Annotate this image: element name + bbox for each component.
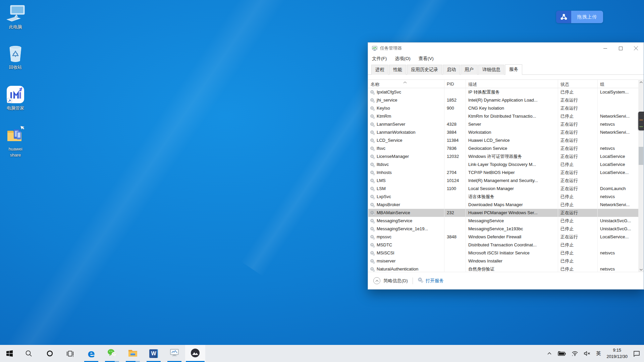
- taskbar-edge-button[interactable]: e: [81, 345, 101, 362]
- battery-charging-icon[interactable]: [557, 351, 566, 356]
- service-row[interactable]: IpxlatCfgSvc IP 转换配置服务 已停止 LocalSystem..…: [368, 88, 639, 96]
- minimize-button[interactable]: [597, 43, 613, 54]
- start-button[interactable]: [1, 345, 18, 362]
- tab[interactable]: 用户: [461, 65, 478, 75]
- service-row[interactable]: MapsBroker Downloaded Maps Manager 已停止 N…: [368, 201, 639, 209]
- service-row[interactable]: MSDTC Distributed Transaction Coordinat.…: [368, 241, 639, 249]
- service-row[interactable]: MSiSCSI Microsoft iSCSI Initiator Servic…: [368, 249, 639, 257]
- edge-docked-widget[interactable]: [638, 112, 644, 130]
- service-group: netsvcs: [598, 144, 639, 153]
- service-gear-icon: [370, 186, 375, 191]
- service-row[interactable]: jhi_service 1852 Intel(R) Dynamic Applic…: [368, 96, 639, 104]
- service-row[interactable]: KtmRm KtmRm for Distributed Transactio..…: [368, 112, 639, 120]
- service-name: KeyIso: [377, 104, 390, 112]
- taskbar-word-button[interactable]: W: [144, 345, 164, 362]
- taskbar-wechat-button[interactable]: [102, 345, 122, 362]
- service-group: NetworkServi...: [598, 112, 639, 120]
- tab[interactable]: 应用历史记录: [407, 65, 442, 75]
- desktop-icon-label: huawei share: [2, 146, 29, 158]
- service-group: [598, 241, 639, 249]
- column-header-pid[interactable]: PID: [444, 80, 466, 88]
- menu-item[interactable]: 文件(F): [372, 56, 387, 62]
- service-row[interactable]: NaturalAuthentication 自然身份验证 已停止 netsvcs: [368, 265, 639, 273]
- service-status: 正在运行: [558, 233, 598, 241]
- tray-expand-chevron-icon[interactable]: [547, 352, 551, 355]
- task-view-button[interactable]: [60, 345, 80, 362]
- volume-muted-icon[interactable]: [584, 351, 590, 356]
- fewer-details-toggle[interactable]: 简略信息(D): [373, 277, 408, 284]
- tab[interactable]: 性能: [389, 65, 406, 75]
- service-group: UnistackSvcG...: [598, 217, 639, 225]
- service-row[interactable]: MessagingService_1e19... MessagingServic…: [368, 225, 639, 233]
- desktop-icon-recycle-bin[interactable]: 回收站: [2, 44, 29, 70]
- service-status: 已停止: [558, 257, 598, 265]
- ime-indicator[interactable]: 英: [596, 350, 601, 357]
- maximize-button[interactable]: [613, 43, 628, 54]
- scroll-up-button[interactable]: [638, 79, 644, 85]
- vertical-scrollbar[interactable]: [638, 79, 644, 273]
- close-button[interactable]: [628, 43, 644, 54]
- service-gear-icon: [370, 210, 375, 216]
- wifi-icon[interactable]: [572, 351, 578, 356]
- tab[interactable]: 进程: [371, 65, 388, 75]
- service-row[interactable]: MessagingService MessagingService 已停止 Un…: [368, 217, 639, 225]
- column-header-status[interactable]: 状态: [558, 80, 598, 88]
- menu-item[interactable]: 选项(O): [395, 56, 411, 62]
- scrollbar-thumb[interactable]: [639, 147, 643, 165]
- service-pid: [444, 249, 466, 257]
- service-row[interactable]: lmhosts 2704 TCP/IP NetBIOS Helper 正在运行 …: [368, 169, 639, 177]
- service-row[interactable]: lltdsvc Link-Layer Topology Discovery M.…: [368, 161, 639, 169]
- desktop-icon-pc-manager[interactable]: 电脑管家: [2, 85, 29, 111]
- column-header-description[interactable]: 描述: [466, 80, 558, 88]
- tab[interactable]: 服务: [505, 64, 522, 75]
- column-header-name[interactable]: 名称: [368, 80, 444, 88]
- service-status: 已停止: [558, 249, 598, 257]
- wechat-icon: [107, 349, 117, 359]
- taskbar-task-manager-button[interactable]: [164, 345, 184, 362]
- service-pid: 7836: [444, 144, 466, 153]
- service-gear-icon: [370, 146, 375, 151]
- taskbar-file-explorer-button[interactable]: [123, 345, 143, 362]
- service-pid: 12032: [444, 153, 466, 161]
- cortana-button[interactable]: [40, 345, 60, 362]
- service-description: CNG Key Isolation: [466, 104, 558, 112]
- word-icon: W: [149, 349, 158, 358]
- search-button[interactable]: [19, 345, 39, 362]
- service-row[interactable]: LSM 1100 Local Session Manager 正在运行 Dcom…: [368, 185, 639, 193]
- tab[interactable]: 详细信息: [478, 65, 504, 75]
- service-row[interactable]: lfsvc 7836 Geolocation Service 正在运行 nets…: [368, 144, 639, 153]
- netdisk-logo-icon: [556, 11, 571, 23]
- service-description: MessagingService: [466, 217, 558, 225]
- service-row[interactable]: mpssvc 3848 Windows Defender Firewall 正在…: [368, 233, 639, 241]
- service-row[interactable]: LanmanServer 4328 Server 正在运行 netsvcs: [368, 120, 639, 128]
- service-row[interactable]: LicenseManager 12032 Windows 许可证管理器服务 正在…: [368, 153, 639, 161]
- service-row[interactable]: KeyIso 900 CNG Key Isolation 正在运行: [368, 104, 639, 112]
- service-row[interactable]: LCD_Service 11384 Huawei LCD_Service 正在运…: [368, 136, 639, 144]
- service-row[interactable]: msiserver Windows Installer 已停止: [368, 257, 639, 265]
- taskbar-clock[interactable]: 9:15 2019/12/30: [606, 347, 628, 359]
- menu-item[interactable]: 查看(V): [419, 56, 434, 62]
- service-description: Server: [466, 120, 558, 128]
- service-pid: [444, 225, 466, 233]
- this-pc-icon: [2, 4, 29, 23]
- service-pid: 4328: [444, 120, 466, 128]
- services-gear-icon: [418, 277, 423, 284]
- action-center-icon[interactable]: [633, 351, 640, 357]
- service-pid: [444, 265, 466, 273]
- tab[interactable]: 启动: [443, 65, 460, 75]
- service-name: LxpSvc: [377, 193, 391, 201]
- service-row[interactable]: LanmanWorkstation 3884 Workstation 正在运行 …: [368, 128, 639, 136]
- service-row[interactable]: LMS 10124 Intel(R) Management and Securi…: [368, 177, 639, 185]
- service-row[interactable]: MBAMainService 232 Huawei PCManager Wind…: [368, 209, 639, 217]
- drag-upload-widget[interactable]: 拖拽上传: [556, 11, 603, 23]
- desktop-icon-huawei-share[interactable]: huawei share: [2, 126, 29, 158]
- service-pid: [444, 112, 466, 120]
- service-gear-icon: [370, 90, 375, 95]
- service-gear-icon: [370, 130, 375, 135]
- taskbar-photos-button[interactable]: [185, 345, 205, 362]
- desktop-icon-this-pc[interactable]: 此电脑: [2, 4, 29, 30]
- service-description: Huawei PCManager Windows Ser...: [466, 209, 558, 217]
- open-services-link[interactable]: 打开服务: [418, 277, 444, 284]
- service-row[interactable]: LxpSvc 语言体验服务 已停止 netsvcs: [368, 193, 639, 201]
- column-header-group[interactable]: 组: [598, 80, 639, 88]
